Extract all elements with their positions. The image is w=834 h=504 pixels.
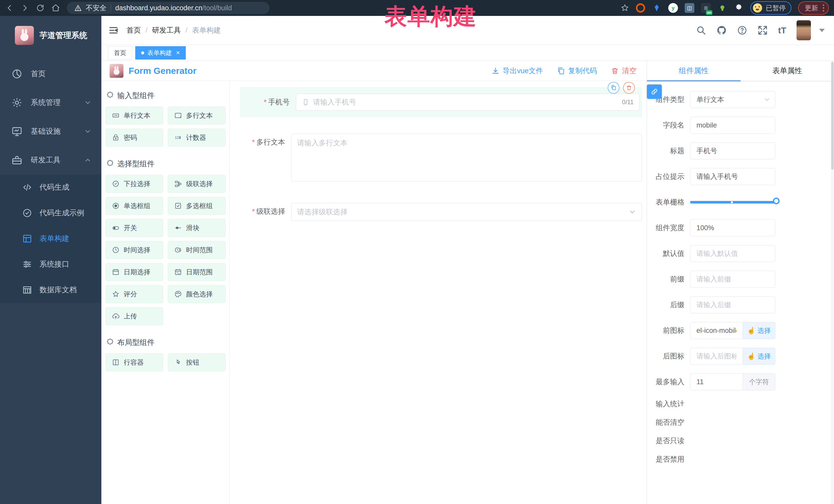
- palette-item-button[interactable]: 按钮: [168, 353, 225, 371]
- palette-item-password[interactable]: 密码: [106, 129, 163, 147]
- extension-gem-icon[interactable]: [652, 3, 662, 13]
- sidebar-item-form-build[interactable]: 表单构建: [0, 226, 101, 251]
- palette-item-textarea[interactable]: 多行文本: [168, 107, 225, 125]
- profile-paused-badge[interactable]: 已暂停: [750, 1, 791, 15]
- phone-input-box[interactable]: 0/11: [296, 94, 639, 111]
- placeholder-input[interactable]: [690, 168, 775, 185]
- textarea-form-item[interactable]: 多行文本: [235, 134, 644, 181]
- multiline-textarea[interactable]: [297, 138, 636, 177]
- extension-on-badge-icon[interactable]: ≣on: [701, 3, 711, 13]
- cascader-input[interactable]: [297, 208, 625, 216]
- extension-green-icon[interactable]: y: [668, 3, 678, 13]
- url-path[interactable]: /tool/build: [202, 4, 232, 12]
- close-tab-icon[interactable]: ×: [176, 49, 180, 57]
- phone-input[interactable]: [313, 98, 618, 106]
- sidebar-item-db-doc[interactable]: 数据库文档: [0, 277, 101, 303]
- sidebar-item-system[interactable]: 系统管理: [0, 88, 101, 117]
- bookmark-star-icon[interactable]: [620, 4, 629, 12]
- extensions-puzzle-icon[interactable]: [734, 3, 744, 13]
- github-icon[interactable]: [717, 25, 727, 36]
- pre-icon-input[interactable]: [690, 322, 743, 339]
- address-bar[interactable]: 不安全 dashboard.yudao.iocoder.cn/tool/buil…: [67, 2, 269, 14]
- copy-icon: [557, 67, 565, 75]
- back-icon[interactable]: [5, 4, 14, 12]
- collapse-sidebar-icon[interactable]: [108, 25, 119, 36]
- sidebar-item-system-api[interactable]: 系统接口: [0, 251, 101, 277]
- search-icon[interactable]: [696, 25, 706, 36]
- post-icon-input[interactable]: [690, 348, 743, 365]
- extension-blue-square-icon[interactable]: ◫: [685, 3, 695, 13]
- palette-item-checkbox-group[interactable]: 多选框组: [168, 197, 225, 215]
- sidebar-item-devtools[interactable]: 研发工具: [0, 146, 101, 175]
- palette-item-color-picker[interactable]: 颜色选择: [168, 285, 225, 303]
- palette-item-time-range[interactable]: 时间范围: [168, 241, 225, 259]
- palette-item-switch[interactable]: 开关: [106, 219, 163, 237]
- home-nav-icon[interactable]: [51, 4, 60, 12]
- selected-form-item[interactable]: 手机号 0/11: [240, 87, 642, 117]
- cascader-select[interactable]: [291, 203, 642, 221]
- breadcrumb-devtools[interactable]: 研发工具: [152, 25, 181, 35]
- browser-menu-icon[interactable]: [823, 4, 824, 12]
- tab-form-props[interactable]: 表单属性: [741, 61, 834, 81]
- palette-item-single-text[interactable]: 单行文本: [106, 107, 163, 125]
- field-name-input[interactable]: [690, 117, 775, 134]
- user-avatar[interactable]: [796, 20, 811, 40]
- generator-logo[interactable]: [110, 64, 124, 78]
- delete-field-button[interactable]: [623, 82, 635, 94]
- scrollbar[interactable]: [831, 61, 834, 504]
- prefix-input[interactable]: [690, 271, 775, 288]
- app-logo-row[interactable]: 芋道管理系统: [0, 16, 101, 49]
- reload-icon[interactable]: [36, 4, 45, 12]
- clear-button[interactable]: 清空: [611, 66, 636, 76]
- font-size-icon[interactable]: tT: [778, 25, 786, 36]
- breadcrumb-home[interactable]: 首页: [127, 25, 141, 35]
- palette-item-radio-group[interactable]: 单选框组: [106, 197, 163, 215]
- sidebar-item-home[interactable]: 首页: [0, 60, 101, 88]
- extension-alien-icon[interactable]: [718, 3, 727, 13]
- update-button[interactable]: 更新: [798, 1, 829, 15]
- sidebar-item-infra[interactable]: 基础设施: [0, 117, 101, 146]
- post-icon-pick-button[interactable]: ☝选择: [743, 348, 775, 365]
- palette-item-time-picker[interactable]: 时间选择: [106, 241, 163, 259]
- palette-item-row-container[interactable]: 行容器: [106, 353, 163, 371]
- component-type-input[interactable]: [690, 91, 775, 108]
- copy-code-button[interactable]: 复制代码: [557, 66, 597, 76]
- palette-item-date-picker[interactable]: 日期选择: [106, 263, 163, 281]
- tab-form-build[interactable]: 表单构建 ×: [135, 46, 186, 60]
- palette-item-counter[interactable]: 123计数器: [168, 129, 225, 147]
- form-grid-slider[interactable]: [690, 194, 775, 211]
- title-input[interactable]: [690, 143, 775, 159]
- sidebar-item-codegen-demo[interactable]: 代码生成示例: [0, 200, 101, 226]
- palette-item-rate[interactable]: 评分: [106, 285, 163, 303]
- export-vue-button[interactable]: 导出vue文件: [491, 66, 543, 76]
- extension-orange-icon[interactable]: [636, 3, 645, 13]
- max-length-input[interactable]: [690, 373, 743, 390]
- palette-item-upload[interactable]: 上传: [106, 307, 163, 325]
- sidebar-item-codegen[interactable]: 代码生成: [0, 175, 101, 200]
- palette-item-date-range[interactable]: 日期范围: [168, 263, 225, 281]
- suffix-input[interactable]: [690, 297, 775, 313]
- active-tab-bar: [647, 80, 741, 81]
- url-host[interactable]: dashboard.yudao.iocoder.cn: [115, 4, 202, 12]
- security-label[interactable]: 不安全: [86, 3, 107, 13]
- palette-item-select[interactable]: 下拉选择: [106, 175, 163, 193]
- pre-icon-pick-button[interactable]: ☝选择: [743, 322, 775, 339]
- forward-icon[interactable]: [21, 4, 29, 12]
- component-type-select[interactable]: [690, 91, 775, 108]
- fullscreen-icon[interactable]: [758, 25, 768, 36]
- tab-component-props[interactable]: 组件属性: [647, 61, 741, 81]
- slider-track[interactable]: [690, 201, 775, 203]
- drag-handle-icon: [106, 160, 114, 168]
- palette-item-slider[interactable]: 滑块: [168, 219, 225, 237]
- component-width-input[interactable]: [690, 219, 775, 236]
- palette-item-cascader[interactable]: 级联选择: [168, 175, 225, 193]
- help-icon[interactable]: [737, 25, 747, 36]
- slider-handle[interactable]: [773, 198, 780, 204]
- duplicate-field-button[interactable]: [608, 82, 619, 94]
- drawer-toggle-button[interactable]: [647, 84, 662, 99]
- default-value-input[interactable]: [690, 245, 775, 262]
- tab-home[interactable]: 首页: [108, 46, 132, 60]
- scrollbar-thumb[interactable]: [831, 62, 834, 170]
- cascader-form-item[interactable]: 级联选择: [235, 203, 644, 221]
- avatar-caret-icon[interactable]: [819, 29, 825, 32]
